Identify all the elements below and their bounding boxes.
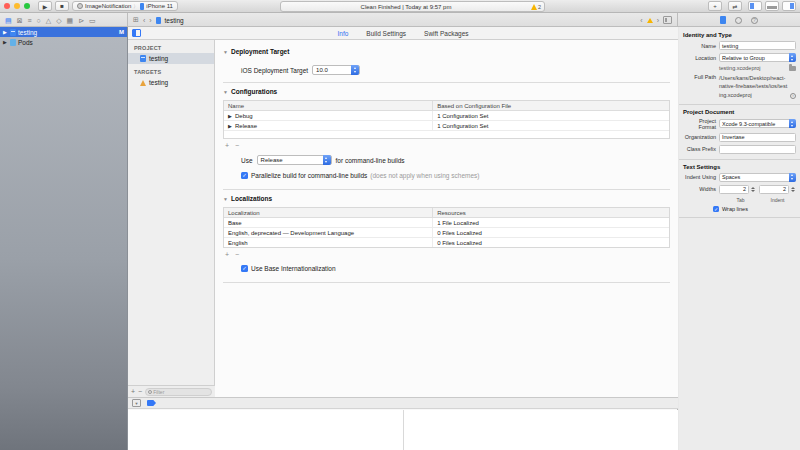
inspector-separator bbox=[679, 104, 800, 105]
editor-tab-strip: Info Build Settings Swift Packages bbox=[128, 27, 678, 40]
project-row-testing[interactable]: testing bbox=[128, 53, 214, 64]
file-reference-row: testing.xcodeproj bbox=[683, 65, 796, 71]
tab-width-value[interactable]: 2 bbox=[719, 185, 749, 194]
back-icon[interactable]: ‹ bbox=[143, 17, 145, 24]
forward-icon[interactable]: › bbox=[149, 17, 151, 24]
row-disclosure-icon[interactable]: ▶ bbox=[228, 113, 233, 119]
full-path-row: Full Path /Users/kans/Desktop/react-nati… bbox=[683, 74, 796, 99]
indent-width-value[interactable]: 2 bbox=[759, 185, 789, 194]
search-navigator-icon[interactable]: ○ bbox=[37, 17, 41, 24]
wrap-lines-checkbox[interactable]: ✓ bbox=[713, 206, 719, 212]
remove-localization-button[interactable]: − bbox=[235, 251, 239, 258]
build-status-text: Clean Finished | Today at 9:57 pm bbox=[281, 4, 531, 10]
symbol-navigator-icon[interactable]: ≡ bbox=[28, 17, 32, 24]
choose-location-folder-icon[interactable] bbox=[789, 66, 796, 71]
add-localization-button[interactable]: + bbox=[225, 251, 229, 258]
breakpoint-navigator-icon[interactable]: ⊳ bbox=[78, 17, 84, 24]
toggle-debug-area-button[interactable] bbox=[765, 1, 779, 11]
pods-project-icon bbox=[10, 39, 16, 46]
stop-button[interactable]: ■ bbox=[55, 1, 69, 11]
play-icon: ▶ bbox=[43, 3, 48, 10]
close-window-button[interactable] bbox=[4, 3, 10, 9]
tab-width-stepper[interactable]: 2 bbox=[719, 185, 756, 194]
table-row[interactable]: Base 1 File Localized bbox=[224, 218, 669, 228]
toggle-inspector-button[interactable] bbox=[782, 1, 796, 11]
related-items-icon[interactable]: ⊞ bbox=[133, 16, 139, 24]
filter-placeholder: Filter bbox=[153, 389, 164, 395]
reveal-in-finder-icon[interactable]: › bbox=[790, 93, 796, 99]
indent-caption: Indent bbox=[759, 197, 796, 203]
navigator-item-testing[interactable]: ▶ testing M bbox=[0, 27, 127, 37]
breakpoints-toggle-icon[interactable] bbox=[147, 400, 156, 406]
table-row[interactable]: English 0 Files Localized bbox=[224, 238, 669, 247]
section-disclosure-icon[interactable]: ▼ bbox=[223, 49, 228, 55]
plus-icon: + bbox=[713, 3, 717, 9]
quick-help-inspector-icon[interactable]: ? bbox=[751, 17, 758, 24]
indent-using-popup[interactable]: Spaces bbox=[719, 173, 796, 182]
chevron-sep-icon: 〉 bbox=[133, 3, 138, 9]
stepper-arrows-icon[interactable] bbox=[750, 185, 756, 194]
name-label: Name bbox=[683, 43, 719, 49]
table-row[interactable]: English, deprecated — Development Langua… bbox=[224, 228, 669, 238]
report-navigator-icon[interactable]: ▭ bbox=[89, 17, 96, 24]
table-row[interactable]: ▶Debug 1 Configuration Set bbox=[224, 111, 669, 121]
project-navigator-icon[interactable]: ▤ bbox=[5, 17, 12, 24]
project-format-popup[interactable]: Xcode 9.3-compatible bbox=[719, 119, 796, 128]
parallelize-label: Parallelize build for command-line build… bbox=[251, 172, 367, 179]
organization-input[interactable]: Invertase bbox=[719, 133, 796, 142]
debug-navigator-icon[interactable]: ▦ bbox=[67, 17, 74, 24]
history-inspector-icon[interactable] bbox=[735, 17, 742, 24]
full-path-label: Full Path bbox=[683, 74, 719, 80]
inspector-panel-icon bbox=[790, 3, 794, 9]
arrows-icon: ⇄ bbox=[732, 3, 737, 10]
command-line-config-popup[interactable]: Release bbox=[257, 155, 332, 165]
zoom-window-button[interactable] bbox=[24, 3, 30, 9]
test-navigator-icon[interactable]: ◇ bbox=[56, 17, 61, 24]
console-view bbox=[404, 410, 678, 450]
location-popup[interactable]: Relative to Group bbox=[719, 53, 796, 62]
scheme-selector[interactable]: ImageNotification 〉 iPhone 11 bbox=[72, 1, 178, 11]
deployment-target-popup[interactable]: 10.0 bbox=[312, 65, 360, 75]
jumpbar-file-name[interactable]: testing bbox=[165, 17, 184, 24]
popup-arrows-icon bbox=[323, 155, 331, 165]
next-issue-icon[interactable]: › bbox=[657, 17, 659, 24]
base-internationalization-checkbox[interactable]: ✓ bbox=[241, 265, 248, 272]
widths-label: Widths bbox=[683, 186, 719, 192]
section-disclosure-icon[interactable]: ▼ bbox=[223, 89, 228, 95]
indent-width-stepper[interactable]: 2 bbox=[759, 185, 796, 194]
remove-target-button[interactable]: − bbox=[138, 388, 142, 395]
add-configuration-button[interactable]: + bbox=[225, 142, 229, 149]
source-control-status-badge: M bbox=[119, 29, 124, 35]
tab-swift-packages[interactable]: Swift Packages bbox=[424, 30, 468, 37]
library-button[interactable]: + bbox=[708, 1, 722, 11]
add-target-button[interactable]: + bbox=[131, 388, 135, 395]
run-button[interactable]: ▶ bbox=[38, 1, 52, 11]
previous-issue-icon[interactable]: ‹ bbox=[640, 17, 642, 24]
minimize-window-button[interactable] bbox=[14, 3, 20, 9]
source-control-navigator-icon[interactable]: ⊠ bbox=[17, 17, 23, 24]
tab-info[interactable]: Info bbox=[337, 30, 348, 37]
row-disclosure-icon[interactable]: ▶ bbox=[228, 123, 233, 129]
filter-input[interactable]: Filter bbox=[145, 388, 212, 396]
navigator-item-pods[interactable]: ▶ Pods bbox=[0, 37, 127, 47]
toggle-navigator-button[interactable] bbox=[748, 1, 762, 11]
section-disclosure-icon[interactable]: ▼ bbox=[223, 196, 228, 202]
organization-label: Organization bbox=[683, 134, 719, 140]
disclosure-icon[interactable]: ▶ bbox=[3, 29, 8, 35]
issue-warning-icon[interactable] bbox=[647, 18, 653, 23]
disclosure-icon[interactable]: ▶ bbox=[3, 39, 8, 45]
class-prefix-input[interactable] bbox=[719, 145, 796, 154]
editor-layout-icon[interactable] bbox=[663, 16, 672, 24]
table-row[interactable]: ▶Release 1 Configuration Set bbox=[224, 121, 669, 131]
hide-debug-area-button[interactable]: ▼ bbox=[132, 399, 141, 407]
remove-configuration-button[interactable]: − bbox=[235, 142, 239, 149]
target-row-testing[interactable]: testing bbox=[128, 77, 214, 88]
code-review-button[interactable]: ⇄ bbox=[728, 1, 742, 11]
name-input[interactable]: testing bbox=[719, 41, 796, 50]
warning-badge[interactable]: 2 bbox=[531, 4, 544, 10]
issue-navigator-icon[interactable]: △ bbox=[46, 17, 51, 24]
file-inspector-icon[interactable] bbox=[720, 16, 726, 24]
tab-build-settings[interactable]: Build Settings bbox=[366, 30, 406, 37]
parallelize-checkbox[interactable]: ✓ bbox=[241, 172, 248, 179]
stepper-arrows-icon[interactable] bbox=[790, 185, 796, 194]
